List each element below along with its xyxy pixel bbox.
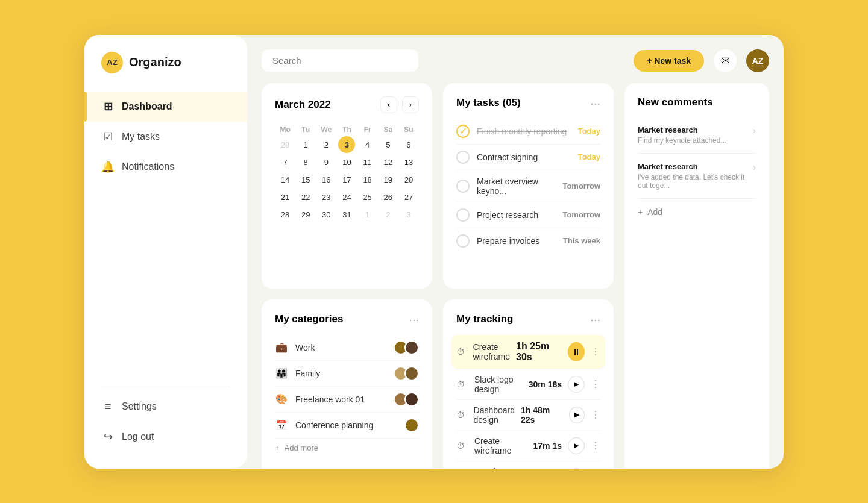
tasks-more-button[interactable]: ··· bbox=[590, 96, 600, 110]
sidebar-item-dashboard[interactable]: ⊞ Dashboard bbox=[84, 92, 247, 122]
tracking-item-more-button[interactable]: ⋮ bbox=[591, 346, 600, 357]
sidebar-item-my-tasks[interactable]: ☑ My tasks bbox=[84, 122, 247, 152]
sidebar-item-label: Notifications bbox=[122, 161, 174, 172]
tracking-item: ⏱ Slack logo design 30m 18s ▶ ⋮ bbox=[456, 369, 600, 400]
calendar-header: March 2022 ‹ › bbox=[275, 96, 419, 113]
dashboard-grid: March 2022 ‹ › Mo Tu We Th Fr Sa Su bbox=[262, 83, 769, 469]
comment-title: Market research bbox=[638, 162, 747, 171]
cal-day[interactable]: 14 bbox=[275, 171, 295, 189]
tracking-more-button[interactable]: ··· bbox=[590, 313, 600, 326]
search-input[interactable] bbox=[262, 49, 418, 72]
sidebar-item-label: Log out bbox=[122, 431, 154, 442]
cal-day[interactable]: 18 bbox=[357, 171, 378, 189]
categories-card-header: My categories ··· bbox=[275, 313, 419, 326]
cal-day[interactable]: 13 bbox=[398, 154, 419, 171]
play-button[interactable]: ▶ bbox=[568, 376, 585, 393]
task-check[interactable] bbox=[456, 151, 470, 164]
task-item: Project research Tomorrow bbox=[456, 202, 600, 228]
mail-icon[interactable]: ✉ bbox=[714, 49, 737, 72]
settings-icon: ≡ bbox=[101, 401, 115, 413]
new-task-button[interactable]: + New task bbox=[634, 50, 704, 72]
cal-day[interactable]: 1 bbox=[357, 206, 378, 223]
tracking-card: My tracking ··· ⏱ Create wireframe 1h 25… bbox=[443, 299, 614, 469]
cal-day[interactable]: 11 bbox=[357, 154, 378, 171]
category-name: Work bbox=[295, 343, 390, 352]
tracking-item: ⏱ Mood tracker 15h 5m 58s ▶ ⋮ bbox=[456, 461, 600, 469]
cal-head-we: We bbox=[316, 123, 336, 136]
sidebar-item-notifications[interactable]: 🔔 Notifications bbox=[84, 152, 247, 182]
category-name: Conference planning bbox=[295, 420, 401, 430]
cal-day[interactable]: 1 bbox=[295, 136, 316, 154]
task-check[interactable] bbox=[456, 234, 470, 248]
cal-day[interactable]: 10 bbox=[336, 154, 357, 171]
comment-item[interactable]: Market research I've added the data. Let… bbox=[638, 154, 756, 199]
cal-day[interactable]: 29 bbox=[295, 206, 316, 223]
cal-day[interactable]: 19 bbox=[378, 171, 398, 189]
cal-day[interactable]: 22 bbox=[295, 189, 316, 206]
tracking-item-more-button[interactable]: ⋮ bbox=[591, 378, 600, 390]
cal-day[interactable]: 4 bbox=[357, 136, 378, 154]
cal-day[interactable]: 2 bbox=[378, 206, 398, 223]
calendar-next-button[interactable]: › bbox=[402, 96, 419, 113]
cal-day[interactable]: 21 bbox=[275, 189, 295, 206]
conference-icon: 📅 bbox=[275, 419, 288, 431]
tracking-card-header: My tracking ··· bbox=[456, 313, 600, 326]
tasks-title: My tasks (05) bbox=[456, 97, 521, 109]
category-item: 🎨 Freelance work 01 bbox=[275, 387, 419, 413]
cal-head-th: Th bbox=[336, 123, 357, 136]
task-check[interactable] bbox=[456, 180, 470, 193]
task-name: Project research bbox=[477, 210, 555, 220]
cal-day[interactable]: 2 bbox=[316, 136, 336, 154]
cal-day[interactable]: 8 bbox=[295, 154, 316, 171]
cal-day[interactable]: 3 bbox=[398, 206, 419, 223]
dashboard-icon: ⊞ bbox=[101, 100, 115, 113]
add-widget-button[interactable]: + Add widget bbox=[638, 464, 756, 469]
cal-day[interactable]: 16 bbox=[316, 171, 336, 189]
add-more-button[interactable]: + Add more bbox=[275, 443, 419, 452]
cal-day[interactable]: 23 bbox=[316, 189, 336, 206]
cal-day[interactable]: 17 bbox=[336, 171, 357, 189]
task-item: ✓ Finish monthly reporting Today bbox=[456, 119, 600, 145]
cal-day[interactable]: 6 bbox=[398, 136, 419, 154]
cal-day[interactable]: 28 bbox=[275, 136, 295, 154]
cal-head-fr: Fr bbox=[357, 123, 378, 136]
calendar-prev-button[interactable]: ‹ bbox=[380, 96, 397, 113]
task-check[interactable] bbox=[456, 208, 470, 222]
user-avatar[interactable]: AZ bbox=[746, 49, 769, 72]
play-button[interactable]: ▶ bbox=[569, 407, 585, 423]
tracking-item-more-button[interactable]: ⋮ bbox=[591, 440, 600, 451]
sidebar-item-settings[interactable]: ≡ Settings bbox=[84, 392, 247, 422]
cal-day[interactable]: 28 bbox=[275, 206, 295, 223]
cal-day[interactable]: 27 bbox=[398, 189, 419, 206]
cal-day-today[interactable]: 3 bbox=[338, 136, 355, 153]
cal-day[interactable]: 12 bbox=[378, 154, 398, 171]
pause-button[interactable]: ⏸ bbox=[568, 342, 585, 361]
cal-day[interactable]: 26 bbox=[378, 189, 398, 206]
categories-more-button[interactable]: ··· bbox=[409, 313, 419, 326]
task-due: This week bbox=[563, 236, 600, 245]
comment-item[interactable]: Market research Find my keynote attached… bbox=[638, 117, 756, 154]
comments-title: New comments bbox=[638, 96, 713, 108]
play-button[interactable]: ▶ bbox=[568, 437, 585, 454]
cal-day[interactable]: 30 bbox=[316, 206, 336, 223]
category-name: Family bbox=[295, 369, 390, 378]
calendar-week-5: 28 29 30 31 1 2 3 bbox=[275, 206, 419, 223]
tracking-item: ⏱ Dashboard design 1h 48m 22s ▶ ⋮ bbox=[456, 400, 600, 431]
task-check[interactable]: ✓ bbox=[456, 125, 470, 138]
cal-day[interactable]: 20 bbox=[398, 171, 419, 189]
timer-icon: ⏱ bbox=[456, 347, 467, 357]
cal-day[interactable]: 5 bbox=[378, 136, 398, 154]
cal-day[interactable]: 24 bbox=[336, 189, 357, 206]
timer-icon: ⏱ bbox=[456, 410, 468, 420]
play-button[interactable]: ▶ bbox=[568, 468, 585, 469]
sidebar-item-logout[interactable]: ↪ Log out bbox=[84, 422, 247, 452]
cal-day[interactable]: 9 bbox=[316, 154, 336, 171]
cal-day[interactable]: 15 bbox=[295, 171, 316, 189]
tracking-item-more-button[interactable]: ⋮ bbox=[591, 409, 600, 420]
cal-day[interactable]: 25 bbox=[357, 189, 378, 206]
cal-day[interactable]: 31 bbox=[336, 206, 357, 223]
cal-day[interactable]: 7 bbox=[275, 154, 295, 171]
add-comment-button[interactable]: + Add bbox=[638, 207, 756, 217]
category-item: 👨‍👩‍👧 Family bbox=[275, 361, 419, 387]
task-name: Prepare invoices bbox=[477, 236, 556, 246]
